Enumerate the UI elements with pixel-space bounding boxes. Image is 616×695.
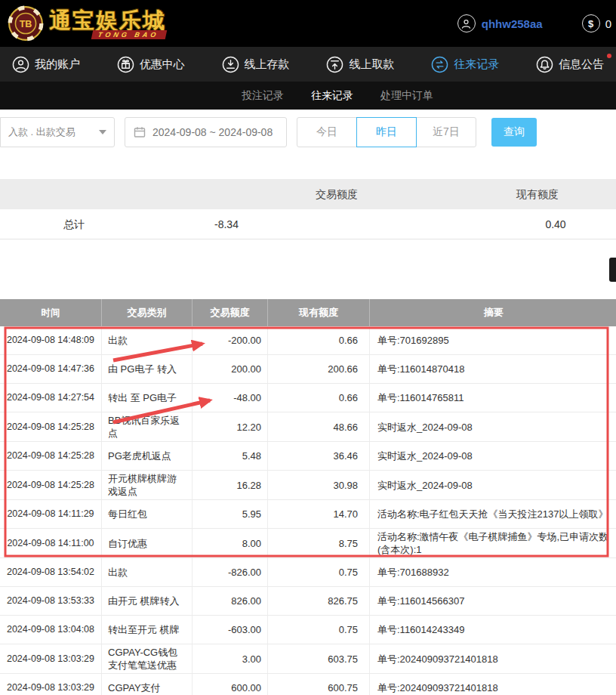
quick-range-group: 今日 昨日 近7日 [297, 117, 476, 147]
cell-balance: 826.75 [268, 587, 370, 615]
range-today-button[interactable]: 今日 [297, 117, 357, 147]
filter-bar: 入款 . 出款交易 2024-09-08 ~ 2024-09-08 今日 昨日 … [0, 110, 616, 147]
transactions-table-header: 时间 交易类别 交易额度 现有额度 摘要 [0, 299, 616, 326]
cell-type: 出款 [102, 326, 192, 354]
cell-note: 活动名称:激情午夜《电子棋牌捕鱼》专场,已申请次数(含本次):1 [370, 529, 616, 558]
cell-amount: 12.20 [192, 412, 268, 441]
main-nav: 我的账户 优惠中心 线上存款 线上取款 往来记录 信息公告 [0, 47, 616, 82]
chevron-down-icon [99, 130, 106, 134]
transaction-row: 2024-09-08 14:25:28 PG老虎机返点 5.48 36.46 实… [0, 442, 616, 471]
user-avatar-icon [457, 14, 476, 32]
cell-amount: -826.00 [192, 558, 268, 586]
transaction-row: 2024-09-08 14:47:36 由 PG电子 转入 200.00 200… [0, 355, 616, 384]
transaction-row: 2024-09-08 14:27:54 转出 至 PG电子 -48.00 0.6… [0, 384, 616, 412]
cell-type: 转出至开元 棋牌 [102, 616, 192, 644]
cell-type: 每日红包 [102, 500, 192, 528]
cell-balance: 8.75 [268, 529, 370, 558]
cell-balance: 30.98 [268, 471, 370, 499]
side-float-button[interactable] [609, 258, 616, 282]
cell-note: 单号:202409093721401818 [370, 644, 616, 673]
range-7days-button[interactable]: 近7日 [416, 117, 476, 147]
balance-group[interactable]: $ 0 [582, 14, 611, 32]
cell-note: 单号:116014870418 [370, 355, 616, 383]
cell-type: 转出 至 PG电子 [102, 384, 192, 412]
cell-amount: 3.00 [192, 644, 268, 673]
cell-note: 单号:701688932 [370, 558, 616, 586]
nav-label: 优惠中心 [140, 57, 185, 72]
cell-type: BB视讯百家乐返点 [102, 412, 192, 441]
cell-balance: 200.66 [268, 355, 370, 383]
tab-bet-records[interactable]: 投注记录 [242, 89, 284, 103]
cell-balance: 0.75 [268, 558, 370, 586]
nav-item-deposit[interactable]: 线上存款 [222, 56, 290, 73]
cell-type: PG老虎机返点 [102, 442, 192, 470]
cell-amount: 826.00 [192, 587, 268, 615]
cell-note: 单号:116014765811 [370, 384, 616, 412]
transaction-row: 2024-09-08 14:25:28 开元棋牌棋牌游戏返点 16.28 30.… [0, 471, 616, 500]
cell-amount: 200.00 [192, 355, 268, 383]
tab-processing-orders[interactable]: 处理中订单 [380, 89, 433, 103]
cell-amount: -200.00 [192, 326, 268, 354]
username[interactable]: qhhw258aa [482, 17, 543, 30]
cell-time: 2024-09-08 14:47:36 [0, 355, 102, 383]
top-header: TB 通宝娱乐城 TONG BAO qhhw258aa $ 0 [0, 0, 616, 47]
nav-item-my-account[interactable]: 我的账户 [12, 56, 80, 73]
cell-time: 2024-09-08 14:25:28 [0, 412, 102, 441]
poker-chip-icon: TB [8, 5, 44, 42]
site-logo[interactable]: TB 通宝娱乐城 TONG BAO [8, 5, 166, 42]
cell-type: 由 PG电子 转入 [102, 355, 192, 383]
header-balance: 现有额度 [268, 299, 370, 326]
transaction-type-select[interactable]: 入款 . 出款交易 [0, 117, 115, 147]
transaction-row: 2024-09-08 13:03:29 CGPAY支付 600.00 600.7… [0, 674, 616, 695]
transactions-table: 时间 交易类别 交易额度 现有额度 摘要 2024-09-08 14:48:09… [0, 299, 616, 695]
transaction-row: 2024-09-08 13:04:08 转出至开元 棋牌 -603.00 0.7… [0, 616, 616, 644]
cell-note: 实时返水_2024-09-08 [370, 471, 616, 499]
cell-time: 2024-09-08 14:11:00 [0, 529, 102, 558]
transactions-body: 2024-09-08 14:48:09 出款 -200.00 0.66 单号:7… [0, 326, 616, 695]
logo-subtitle: TONG BAO [91, 30, 167, 39]
withdraw-icon [326, 56, 343, 73]
header-note: 摘要 [370, 299, 616, 326]
nav-label: 线上存款 [245, 57, 290, 72]
cell-time: 2024-09-08 13:54:02 [0, 558, 102, 586]
cell-type: 开元棋牌棋牌游戏返点 [102, 471, 192, 499]
exchange-icon [431, 56, 448, 73]
cell-time: 2024-09-08 14:27:54 [0, 384, 102, 412]
cell-balance: 48.66 [268, 412, 370, 441]
deposit-icon [222, 56, 239, 73]
range-yesterday-button[interactable]: 昨日 [356, 117, 417, 147]
cell-note: 单号:116014566307 [370, 587, 616, 615]
summary-total-label: 总计 [0, 209, 149, 239]
transaction-row: 2024-09-08 13:54:02 出款 -826.00 0.75 单号:7… [0, 558, 616, 587]
transaction-row: 2024-09-08 14:48:09 出款 -200.00 0.66 单号:7… [0, 326, 616, 355]
cell-amount: 600.00 [192, 674, 268, 695]
transaction-row: 2024-09-08 14:11:29 每日红包 5.95 14.70 活动名称… [0, 500, 616, 529]
nav-item-promotions[interactable]: 优惠中心 [117, 56, 185, 73]
cell-balance: 0.66 [268, 326, 370, 354]
cell-time: 2024-09-08 14:11:29 [0, 500, 102, 528]
date-range-input[interactable]: 2024-09-08 ~ 2024-09-08 [125, 117, 287, 147]
cell-amount: 5.95 [192, 500, 268, 528]
cell-balance: 0.66 [268, 384, 370, 412]
user-area: qhhw258aa $ 0 [457, 14, 611, 32]
calendar-icon [134, 126, 146, 138]
cell-time: 2024-09-08 13:03:29 [0, 674, 102, 695]
nav-label: 线上取款 [349, 57, 394, 72]
cell-note: 活动名称:电子红包天天抢《当天投注2137以上领取》 [370, 500, 616, 528]
cell-amount: -603.00 [192, 616, 268, 644]
cell-time: 2024-09-08 13:04:08 [0, 616, 102, 644]
transaction-row: 2024-09-08 13:53:33 由开元 棋牌转入 826.00 826.… [0, 587, 616, 616]
cell-amount: 16.28 [192, 471, 268, 499]
nav-item-transactions[interactable]: 往来记录 [431, 56, 499, 73]
search-button[interactable]: 查询 [491, 118, 537, 147]
gift-icon [117, 56, 134, 73]
header-type: 交易类别 [102, 299, 192, 326]
nav-item-withdraw[interactable]: 线上取款 [326, 56, 394, 73]
tab-transaction-records[interactable]: 往来记录 [311, 89, 353, 103]
cell-note: 实时返水_2024-09-08 [370, 442, 616, 470]
bell-icon [536, 56, 553, 73]
cell-type: 自订优惠 [102, 529, 192, 558]
cell-balance: 600.75 [268, 674, 370, 695]
nav-item-announcements[interactable]: 信息公告 [536, 56, 604, 73]
summary-total-row: 总计 -8.34 0.40 [0, 209, 616, 239]
